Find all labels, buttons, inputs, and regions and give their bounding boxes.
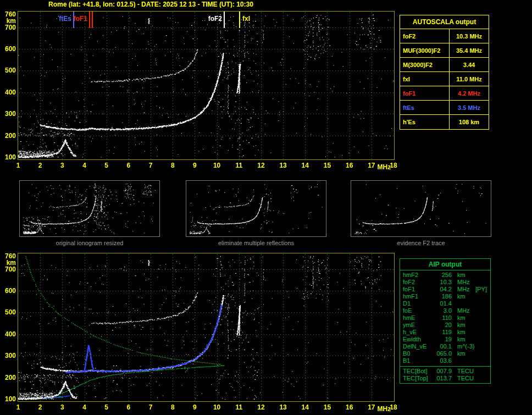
aip-value: 01.4 xyxy=(434,300,453,307)
autoscala-row-muf3000f2: MUF(3000)F2 35.4 MHz xyxy=(400,43,489,58)
aip-extra xyxy=(475,272,487,279)
thumbnail-caption: evidence F2 trace xyxy=(351,240,491,246)
aip-unit: km xyxy=(453,329,475,336)
top-ionogram-plot xyxy=(0,8,398,173)
autoscala-label: foF2 xyxy=(400,29,450,43)
autoscala-value: 4.2 MHz xyxy=(450,86,489,100)
aip-row-tec-top: TEC[Top] 013.7 TECU xyxy=(400,375,490,382)
aip-name: hmE xyxy=(403,314,434,322)
aip-unit: km xyxy=(453,272,475,279)
aip-extra xyxy=(475,375,487,382)
autoscala-value: 10.3 MHz xyxy=(450,29,489,43)
autoscala-label: MUF(3000)F2 xyxy=(400,43,450,57)
aip-unit: km xyxy=(453,322,475,329)
aip-row-ewidth: Ewidth 19 km xyxy=(400,336,490,343)
aip-extra: [PY] xyxy=(475,286,487,293)
aip-row-hmf2: hmF2 256 km xyxy=(400,272,490,279)
autoscala-value: 35.4 MHz xyxy=(450,43,489,57)
aip-extra xyxy=(475,293,487,300)
aip-row-fof2: foF2 10.3 MHz xyxy=(400,279,490,286)
aip-value: 04.2 xyxy=(434,286,453,293)
aip-row-b0: B0 065.0 km xyxy=(400,350,490,357)
aip-table-title: AIP output xyxy=(400,259,490,270)
autoscala-label: ftEs xyxy=(400,101,450,114)
autoscala-row-fof2: foF2 10.3 MHz xyxy=(400,29,489,43)
aip-value: 20 xyxy=(434,322,453,329)
aip-value: 186 xyxy=(434,293,453,300)
autoscala-label: foF1 xyxy=(400,86,450,100)
aip-row-yme: ymE 20 km xyxy=(400,322,490,329)
aip-name: D1 xyxy=(403,300,434,307)
aip-name: TEC[Top] xyxy=(403,375,434,382)
aip-value: 256 xyxy=(434,272,453,279)
autoscala-table-title: AUTOSCALA output xyxy=(400,15,489,29)
aip-value: 013.7 xyxy=(434,375,453,382)
aip-value: 10.3 xyxy=(434,279,453,286)
aip-value: 03.6 xyxy=(434,357,453,364)
aip-extra xyxy=(475,300,487,307)
aip-row-d1: D1 01.4 xyxy=(400,300,490,307)
autoscala-value: 3.44 xyxy=(450,58,489,71)
autoscala-value: 11.0 MHz xyxy=(450,72,489,86)
aip-row-hmf1: hmF1 186 km xyxy=(400,293,490,300)
thumbnail-caption: eliminate multiple reflections xyxy=(186,240,326,246)
aip-name: ymE xyxy=(403,322,434,329)
autoscala-output-table: AUTOSCALA output foF2 10.3 MHz MUF(3000)… xyxy=(400,15,489,130)
aip-extra xyxy=(475,343,487,350)
aip-row-delnve: DelN_vE 00.1 m^(-3) xyxy=(400,343,490,350)
aip-name: Ewidth xyxy=(403,336,434,343)
aip-row-tec-bot: TEC[Bot] 007.9 TECU xyxy=(400,366,490,375)
aip-extra xyxy=(475,279,487,286)
aip-name: foF1 xyxy=(403,286,434,293)
autoscala-row-m3000f2: M(3000)F2 3.44 xyxy=(400,58,489,72)
aip-value: 3.0 xyxy=(434,307,453,314)
aip-name: B0 xyxy=(403,350,434,357)
aip-unit xyxy=(453,357,475,364)
aip-value: 110 xyxy=(434,314,453,322)
autoscala-label: h'Es xyxy=(400,115,450,129)
autoscala-label: fxI xyxy=(400,72,450,86)
thumbnail-caption: original ionogram resized xyxy=(19,240,160,246)
thumbnail-multiple-reflections-removed xyxy=(186,180,326,237)
aip-extra xyxy=(475,314,487,322)
aip-name: B1 xyxy=(403,357,434,364)
aip-extra xyxy=(475,307,487,314)
aip-name: foE xyxy=(403,307,434,314)
thumbnail-original-ionogram xyxy=(19,180,160,237)
autoscala-row-hes: h'Es 108 km xyxy=(400,115,489,129)
aip-unit: MHz xyxy=(453,286,475,293)
aip-value: 065.0 xyxy=(434,350,453,357)
aip-row-hme: hmE 110 km xyxy=(400,314,490,322)
aip-value: 00.1 xyxy=(434,343,453,350)
autoscala-row-fof1: foF1 4.2 MHz xyxy=(400,86,489,101)
aip-name: TEC[Bot] xyxy=(403,368,434,375)
aip-row-b1: B1 03.6 xyxy=(400,357,490,364)
aip-extra xyxy=(475,336,487,343)
aip-name: hmF2 xyxy=(403,272,434,279)
autoscala-label: M(3000)F2 xyxy=(400,58,450,71)
aip-extra xyxy=(475,329,487,336)
bottom-ionogram-plot xyxy=(0,248,398,415)
aip-name: hmF1 xyxy=(403,293,434,300)
autoscala-value: 3.5 MHz xyxy=(450,101,489,114)
aip-extra xyxy=(475,368,487,375)
aip-row-fof1: foF1 04.2 MHz [PY] xyxy=(400,286,490,293)
aip-value: 19 xyxy=(434,336,453,343)
aip-value: 007.9 xyxy=(434,368,453,375)
aip-extra xyxy=(475,322,487,329)
aip-unit: km xyxy=(453,293,475,300)
autoscala-value: 108 km xyxy=(450,115,489,129)
aip-output-table: AIP output hmF2 256 km foF2 10.3 MHz foF… xyxy=(400,258,491,384)
aip-row-foe: foE 3.0 MHz xyxy=(400,307,490,314)
aip-name: DelN_vE xyxy=(403,343,434,350)
aip-unit: TECU xyxy=(453,375,475,382)
page-title: Rome (lat: +41.8, lon: 012.5) - DATE: 20… xyxy=(48,1,253,8)
aip-name: foF2 xyxy=(403,279,434,286)
aip-value: 119 xyxy=(434,329,453,336)
aip-unit: km xyxy=(453,336,475,343)
autoscala-window: { "header": { "title": "Rome (lat: +41.8… xyxy=(0,0,532,415)
thumbnail-f2-trace-evidence xyxy=(351,180,491,237)
aip-extra xyxy=(475,350,487,357)
aip-unit: MHz xyxy=(453,307,475,314)
aip-unit: km xyxy=(453,350,475,357)
